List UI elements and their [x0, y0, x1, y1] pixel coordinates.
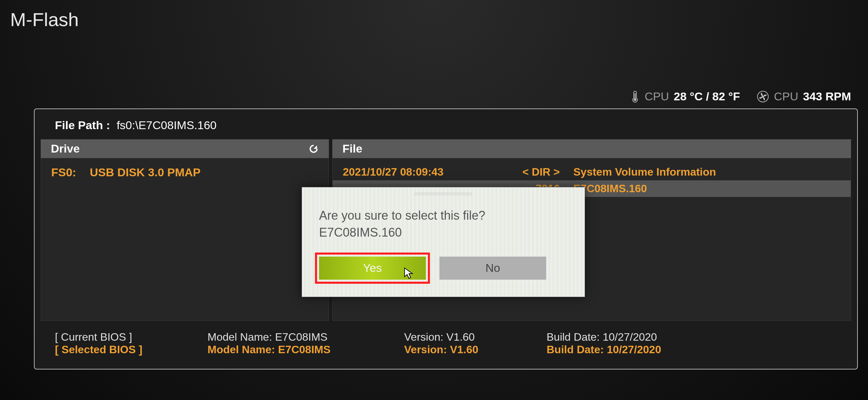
cpu-fan-label: CPU: [774, 90, 798, 103]
drive-id: FS0:: [51, 166, 76, 179]
file-name: System Volume Information: [573, 166, 841, 178]
page-title: M-Flash: [10, 8, 79, 31]
cpu-temp-status: CPU 28 °C / 82 °F: [630, 90, 740, 103]
file-header-label: File: [342, 142, 362, 155]
current-bios-date: Build Date: 10/27/2020: [547, 331, 837, 343]
selected-bios-date: Build Date: 10/27/2020: [547, 343, 837, 356]
file-date: 2021/10/27 08:09:43: [343, 166, 506, 178]
svg-point-0: [634, 98, 636, 101]
file-size: < DIR >: [506, 166, 573, 178]
file-path-value: fs0:\E7C08IMS.160: [117, 119, 217, 132]
drive-list[interactable]: FS0: USB DISK 3.0 PMAP: [41, 158, 329, 321]
no-button[interactable]: No: [439, 257, 546, 280]
dialog-message: Are you sure to select this file? E7C08I…: [319, 207, 568, 241]
drive-pane: Drive FS0: USB DISK 3.0 PMAP: [41, 139, 329, 321]
drive-header-label: Drive: [51, 142, 80, 155]
file-path-row: File Path : fs0:\E7C08IMS.160: [35, 109, 857, 139]
selected-bios-row: [ Selected BIOS ] Model Name: E7C08IMS V…: [55, 343, 837, 356]
file-name: E7C08IMS.160: [573, 182, 841, 195]
refresh-icon[interactable]: [309, 144, 319, 154]
dialog-drag-handle[interactable]: [415, 192, 472, 196]
selected-bios-version: Version: V1.60: [404, 343, 530, 356]
drive-label: USB DISK 3.0 PMAP: [90, 166, 201, 179]
current-bios-label: [ Current BIOS ]: [55, 331, 191, 343]
cpu-fan-value: 343 RPM: [803, 90, 851, 103]
confirm-dialog: Are you sure to select this file? E7C08I…: [302, 187, 585, 297]
file-pane-header: File: [332, 139, 851, 158]
dialog-line1: Are you sure to select this file?: [319, 207, 568, 224]
selected-bios-label: [ Selected BIOS ]: [55, 343, 191, 356]
cpu-temp-label: CPU: [645, 90, 669, 103]
drive-pane-header: Drive: [41, 139, 329, 158]
cpu-temp-value: 28 °C / 82 °F: [674, 90, 740, 103]
bios-info-section: [ Current BIOS ] Model Name: E7C08IMS Ve…: [35, 321, 857, 369]
file-path-label: File Path :: [55, 119, 110, 132]
selected-bios-model: Model Name: E7C08IMS: [208, 343, 387, 356]
file-item[interactable]: 2021/10/27 08:09:43 < DIR > System Volum…: [333, 158, 851, 180]
current-bios-model: Model Name: E7C08IMS: [208, 331, 387, 343]
drive-item[interactable]: FS0: USB DISK 3.0 PMAP: [41, 158, 329, 186]
dialog-buttons: Yes No: [319, 257, 568, 280]
cpu-fan-status: CPU 343 RPM: [757, 90, 851, 103]
dialog-line2: E7C08IMS.160: [319, 224, 568, 241]
svg-point-3: [762, 96, 764, 98]
thermometer-icon: [630, 91, 640, 103]
fan-icon: [757, 91, 769, 103]
current-bios-row: [ Current BIOS ] Model Name: E7C08IMS Ve…: [55, 331, 837, 343]
yes-button[interactable]: Yes: [319, 257, 426, 280]
status-bar: CPU 28 °C / 82 °F CPU 343 RPM: [630, 90, 851, 103]
current-bios-version: Version: V1.60: [404, 331, 530, 343]
